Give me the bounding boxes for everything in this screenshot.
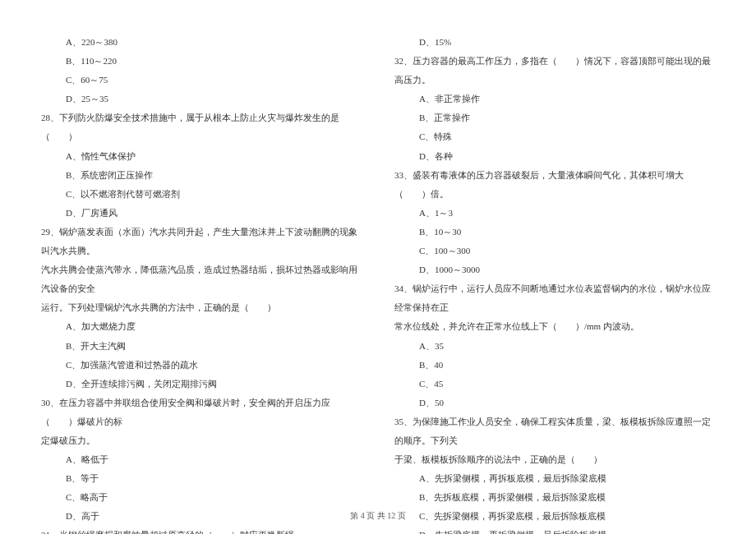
question-33: 33、盛装有毒液体的压力容器破裂后，大量液体瞬间气化，其体积可增大（ ）倍。 — [394, 166, 715, 204]
option: A、35 — [394, 337, 715, 356]
option: C、特殊 — [394, 127, 715, 146]
option: A、略低于 — [41, 450, 362, 469]
option: B、10～30 — [394, 223, 715, 242]
option: C、100～300 — [394, 242, 715, 260]
option: C、加强蒸汽管道和过热器的疏水 — [41, 356, 362, 375]
option: A、惰性气体保护 — [41, 147, 362, 166]
option: A、1～3 — [394, 204, 715, 223]
option: B、开大主汽阀 — [41, 337, 362, 356]
left-column: A、220～380 B、110～220 C、60～75 D、25～35 28、下… — [41, 33, 362, 534]
question-30: 30、在压力容器中并联组合使用安全阀和爆破片时，安全阀的开启压力应（ ）爆破片的… — [41, 394, 362, 431]
question-34: 34、锅炉运行中，运行人员应不间断地通过水位表监督锅内的水位，锅炉水位应经常保持… — [394, 279, 715, 317]
option: D、厂房通风 — [41, 204, 362, 223]
option: B、先拆板底模，再拆梁侧模，最后拆除梁底模 — [394, 488, 715, 507]
question-28: 28、下列防火防爆安全技术措施中，属于从根本上防止火灾与爆炸发生的是（ ） — [41, 108, 362, 146]
option: B、110～220 — [41, 52, 362, 71]
question-34-cont: 常水位线处，并允许在正常水位线上下（ ）/mm 内波动。 — [394, 317, 715, 336]
option: D、各种 — [394, 147, 715, 166]
option: A、加大燃烧力度 — [41, 317, 362, 336]
option: C、略高于 — [41, 488, 362, 507]
content-columns: A、220～380 B、110～220 C、60～75 D、25～35 28、下… — [41, 33, 715, 534]
question-35-cont: 于梁、板模板拆除顺序的说法中，正确的是（ ） — [394, 450, 715, 469]
option: D、全开连续排污阀，关闭定期排污阀 — [41, 375, 362, 394]
question-35: 35、为保障施工作业人员安全，确保工程实体质量，梁、板模板拆除应遵照一定的顺序。… — [394, 412, 715, 450]
option: D、先拆梁底模，再拆梁侧模，最后拆除板底模 — [394, 526, 715, 534]
option: B、系统密闭正压操作 — [41, 166, 362, 185]
option: D、25～35 — [41, 90, 362, 108]
option: D、15% — [394, 33, 715, 52]
option: B、正常操作 — [394, 108, 715, 127]
question-29: 29、锅炉蒸发表面（水面）汽水共同升起，产生大量泡沫并上下波动翻腾的现象叫汽水共… — [41, 223, 362, 260]
question-32: 32、压力容器的最高工作压力，多指在（ ）情况下，容器顶部可能出现的最高压力。 — [394, 52, 715, 90]
option: C、以不燃溶剂代替可燃溶剂 — [41, 185, 362, 204]
option: A、非正常操作 — [394, 90, 715, 108]
option: C、60～75 — [41, 71, 362, 90]
option: C、45 — [394, 375, 715, 394]
option: A、220～380 — [41, 33, 362, 52]
page-footer: 第 4 页 共 12 页 — [0, 510, 756, 522]
question-30-cont: 定爆破压力。 — [41, 431, 362, 450]
question-29-cont: 汽水共腾会使蒸汽带水，降低蒸汽品质，造成过热器结垢，损坏过热器或影响用汽设备的安… — [41, 260, 362, 298]
option: B、等于 — [41, 469, 362, 488]
option: A、先拆梁侧模，再拆板底模，最后拆除梁底模 — [394, 469, 715, 488]
question-31: 31、当钢丝绳磨损和腐蚀量超过原直径的（ ）时应更换新绳。 — [41, 526, 362, 534]
option: D、50 — [394, 394, 715, 412]
option: B、40 — [394, 356, 715, 375]
right-column: D、15% 32、压力容器的最高工作压力，多指在（ ）情况下，容器顶部可能出现的… — [394, 33, 715, 534]
option: D、1000～3000 — [394, 260, 715, 279]
question-29-cont: 运行。下列处理锅炉汽水共腾的方法中，正确的是（ ） — [41, 298, 362, 317]
